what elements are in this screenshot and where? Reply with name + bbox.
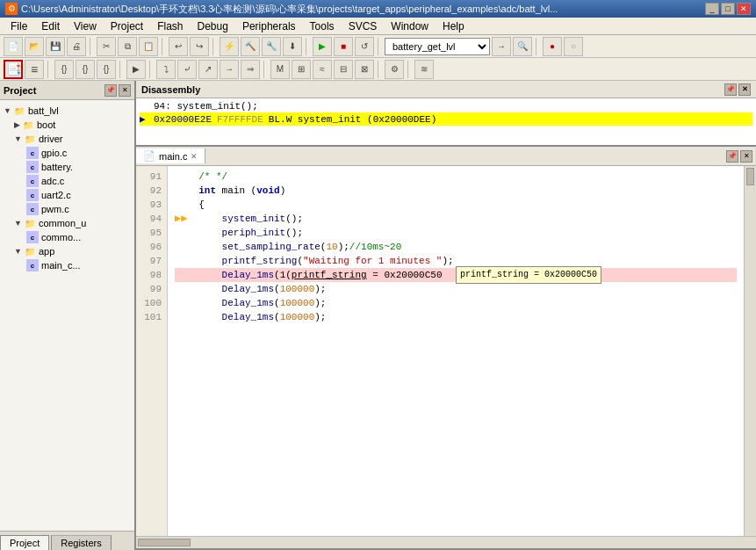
tb-cut[interactable]: ✂: [97, 37, 116, 56]
tree-node-uart[interactable]: c uart2.c: [0, 188, 134, 202]
tb-save[interactable]: 💾: [46, 37, 65, 56]
tb-undo[interactable]: ↩: [169, 37, 188, 56]
tb-brace3[interactable]: {}: [97, 60, 116, 79]
tb-build3[interactable]: 🔧: [262, 37, 281, 56]
code-text-93: {: [187, 198, 205, 212]
tb-copy[interactable]: ⧉: [118, 37, 137, 56]
menu-help[interactable]: Help: [436, 18, 472, 34]
tb-step1[interactable]: ⤵: [156, 60, 176, 79]
tree-node-driver[interactable]: ▼ 📁 driver: [0, 132, 134, 146]
arrow-94: ▶▶: [175, 212, 187, 226]
tb-extra[interactable]: ≋: [414, 60, 434, 79]
tree-node-battery[interactable]: c battery.: [0, 160, 134, 174]
tree-node-mainc[interactable]: c main_c...: [0, 258, 134, 272]
tb-settings[interactable]: ⚙: [385, 60, 404, 79]
function-combo[interactable]: battery_get_lvl: [385, 38, 490, 55]
disassembly-close[interactable]: ✕: [738, 83, 751, 96]
tb-step4[interactable]: →: [220, 60, 239, 79]
tb-new[interactable]: 📄: [4, 37, 23, 56]
menu-view[interactable]: View: [67, 18, 104, 34]
tb-build2[interactable]: 🔨: [241, 37, 260, 56]
menu-file[interactable]: File: [4, 18, 34, 34]
menu-flash[interactable]: Flash: [150, 18, 190, 34]
code-scrollbar-h[interactable]: [136, 536, 756, 548]
scrollbar-thumb-v[interactable]: [746, 168, 754, 185]
tb-flash[interactable]: ⬇: [283, 37, 302, 56]
menu-window[interactable]: Window: [384, 18, 436, 34]
tb-mem4[interactable]: ⊟: [334, 60, 353, 79]
tb-print[interactable]: 🖨: [67, 37, 86, 56]
tb-step2[interactable]: ⤶: [177, 60, 197, 79]
arrow-101: [175, 310, 187, 324]
ln-101: 101: [141, 310, 162, 324]
tb-start[interactable]: ▶: [313, 37, 332, 56]
tb-step3[interactable]: ↗: [198, 60, 218, 79]
tb-restart[interactable]: ↺: [355, 37, 374, 56]
menu-tools[interactable]: Tools: [303, 18, 342, 34]
tb-sep-7: [47, 61, 51, 78]
tb-build[interactable]: ⚡: [220, 37, 239, 56]
tb-mem5[interactable]: ⊠: [355, 60, 374, 79]
tb-view[interactable]: ≡: [25, 60, 44, 79]
left-panel: Project 📌 ✕ ▼ 📁 batt_lvl ▶ 📁 boot ▼: [0, 81, 136, 550]
ln-96: 96: [141, 240, 162, 254]
disassembly-label: Disassembly: [141, 84, 200, 95]
code-line-91: /* */: [175, 170, 737, 184]
code-tab-mainc[interactable]: 📄 main.c ✕: [136, 148, 205, 163]
tb-mem3[interactable]: ≈: [313, 60, 332, 79]
code-text-99: Delay_1ms(100000);: [187, 282, 326, 296]
tree-node-pwm[interactable]: c pwm.c: [0, 202, 134, 216]
tb-bookmark[interactable]: 📑: [4, 60, 23, 79]
tb-stop[interactable]: ■: [334, 37, 353, 56]
tb-sep-11: [378, 61, 381, 78]
disassembly-pin[interactable]: 📌: [724, 83, 737, 96]
close-button[interactable]: ✕: [737, 3, 751, 15]
disassembly-panel: Disassembly 📌 ✕ 94: system_init(); ▶ 0x2…: [136, 81, 756, 147]
menu-peripherals[interactable]: Peripherals: [235, 18, 303, 34]
minimize-button[interactable]: _: [705, 3, 719, 15]
tree-node-adc[interactable]: c adc.c: [0, 174, 134, 188]
code-tab-close[interactable]: ✕: [191, 152, 198, 161]
tree-node-batt-lvl[interactable]: ▼ 📁 batt_lvl: [0, 104, 134, 118]
tb-mem1[interactable]: M: [270, 60, 290, 79]
disasm-arrow-2: ▶: [140, 113, 154, 125]
ln-97: 97: [141, 254, 162, 268]
tree-node-common-u[interactable]: ▼ 📁 common_u: [0, 216, 134, 230]
code-text-100: Delay_1ms(100000);: [187, 296, 326, 310]
tree-node-app[interactable]: ▼ 📁 app: [0, 244, 134, 258]
project-tree: ▼ 📁 batt_lvl ▶ 📁 boot ▼ 📁 driver c gpi: [0, 100, 134, 531]
tree-node-commo[interactable]: c commo...: [0, 230, 134, 244]
tab-registers[interactable]: Registers: [51, 535, 111, 550]
tb-mem2[interactable]: ⊞: [292, 60, 311, 79]
code-panel-close[interactable]: ✕: [740, 150, 752, 163]
tree-node-gpio[interactable]: c gpio.c: [0, 146, 134, 160]
tb-brace1[interactable]: {}: [54, 60, 74, 79]
tree-node-boot[interactable]: ▶ 📁 boot: [0, 118, 134, 132]
code-line-96: set_sampling_rate(10);//10ms~20: [175, 240, 737, 254]
tb-brace2[interactable]: {}: [76, 60, 95, 79]
tb-goto[interactable]: →: [492, 37, 511, 56]
project-panel-pin[interactable]: 📌: [104, 84, 117, 97]
arrow-99: [175, 282, 187, 296]
menu-debug[interactable]: Debug: [191, 18, 235, 34]
tb-step5[interactable]: ⇒: [241, 60, 260, 79]
code-panel-pin[interactable]: 📌: [726, 150, 738, 163]
project-panel-close[interactable]: ✕: [119, 84, 131, 97]
code-scrollbar-v[interactable]: [744, 166, 756, 536]
tb-dot[interactable]: ●: [543, 37, 562, 56]
code-content[interactable]: /* */ int main (void) { ▶▶ system_init()…: [168, 166, 744, 536]
menu-svcs[interactable]: SVCS: [342, 18, 385, 34]
tb-redo[interactable]: ↪: [190, 37, 209, 56]
tb-circle[interactable]: ○: [564, 37, 583, 56]
tb-search[interactable]: 🔍: [513, 37, 532, 56]
ln-95: 95: [141, 226, 162, 240]
scrollbar-thumb-h[interactable]: [138, 539, 191, 546]
tb-paste[interactable]: 📋: [139, 37, 158, 56]
tb-play[interactable]: ▶: [126, 60, 146, 79]
menu-edit[interactable]: Edit: [34, 18, 67, 34]
maximize-button[interactable]: □: [721, 3, 735, 15]
tb-open[interactable]: 📂: [25, 37, 44, 56]
tab-project[interactable]: Project: [0, 535, 49, 550]
menu-project[interactable]: Project: [104, 18, 150, 34]
code-text-96: set_sampling_rate(10);//10ms~20: [187, 240, 401, 254]
